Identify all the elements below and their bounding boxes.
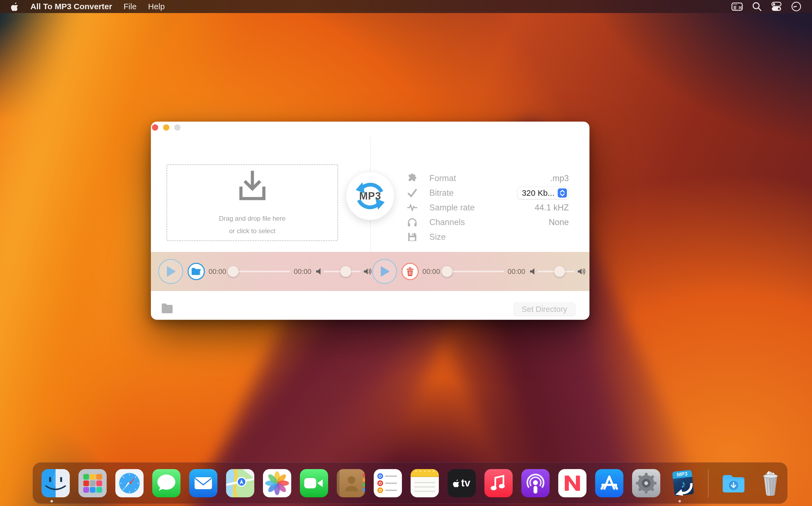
reminders-icon [374,469,402,497]
slider-thumb[interactable] [340,266,351,277]
play-icon [165,265,176,277]
dock-item-trash[interactable] [756,469,785,497]
volume-low-icon[interactable] [315,268,323,275]
music-icon [484,469,513,497]
dock-item-launchpad[interactable] [78,469,107,497]
time-elapsed: 00:00 [207,267,228,276]
running-indicator-mp3-converter [679,500,681,502]
volume-slider[interactable] [538,265,574,277]
slider-thumb[interactable] [228,266,239,277]
dock-item-news[interactable] [558,469,587,497]
open-file-button[interactable] [188,263,205,280]
time-elapsed: 00:00 [421,267,442,276]
dock-item-app-store[interactable] [595,469,623,497]
active-app-menu[interactable]: All To MP3 Converter [30,2,112,11]
app-window: Drag and drop file here or click to sele… [151,121,590,320]
setting-row-format: Format .mp3 [407,171,569,186]
setting-label: Format [429,173,550,183]
dock-item-reminders[interactable] [374,469,402,497]
seek-slider[interactable] [443,265,504,277]
setting-row-bitrate: Bitrate 320 Kb... [407,186,569,200]
running-indicator-finder [51,500,53,502]
time-total: 00:00 [292,267,313,276]
convert-arrow-overlay [669,469,697,497]
dock-item-notes[interactable] [411,469,439,497]
bitrate-select[interactable]: 320 Kb... [517,187,569,199]
file-dropzone[interactable]: Drag and drop file here or click to sele… [166,164,338,241]
maps-icon [226,469,254,497]
volume-slider[interactable] [324,265,361,277]
dock-item-mail[interactable] [189,469,217,497]
output-player: 00:00 00:00 [372,252,587,291]
bitrate-value: 320 Kb... [522,188,554,198]
play-source-button[interactable] [158,259,183,284]
set-directory-button[interactable]: Set Directory [514,303,575,316]
menu-bar: All To MP3 Converter File Help ⌘ [0,0,812,13]
apple-logo-icon [11,2,19,11]
setting-value: None [549,218,569,227]
dock-item-music[interactable] [484,469,513,497]
gear-icon [632,469,660,497]
dock-separator [708,469,709,498]
folder-icon [191,267,201,275]
setting-row-size: Size [407,230,569,244]
seek-slider[interactable] [229,265,290,277]
downloads-folder-icon [719,469,748,497]
puzzle-icon [407,173,418,183]
control-center-icon[interactable] [771,1,782,12]
badge-label: MP3 [359,190,381,202]
dock-item-safari[interactable] [115,469,144,497]
dock-item-messages[interactable] [152,469,180,497]
check-icon [407,188,418,198]
spotlight-search-icon[interactable] [752,1,762,12]
photos-icon [263,469,291,497]
volume-high-icon[interactable] [577,267,587,275]
dock-item-facetime[interactable] [300,469,328,497]
menu-help[interactable]: Help [148,2,165,11]
clock-icon[interactable] [791,1,802,12]
minimize-button[interactable] [163,124,169,131]
save-icon [407,232,418,242]
launchpad-icon [78,469,107,497]
play-output-button[interactable] [372,259,397,284]
delete-output-button[interactable] [401,263,419,280]
dock-item-finder[interactable] [41,469,70,497]
mail-icon [189,469,217,497]
dock-item-photos[interactable] [263,469,291,497]
volume-low-icon[interactable] [530,268,537,275]
dropzone-line1: Drag and drop file here [219,215,285,222]
setting-row-channels: Channels None [407,215,569,230]
zoom-button[interactable] [174,124,180,131]
apple-menu[interactable] [11,2,19,11]
setting-label: Size [429,232,569,242]
source-player: 00:00 00:00 [158,252,373,291]
dock-item-system-settings[interactable] [632,469,660,497]
notes-icon [411,469,439,497]
close-button[interactable] [152,124,158,131]
dock-item-downloads-folder[interactable] [719,469,748,497]
output-folder-icon [161,303,173,314]
output-settings-panel: Format .mp3 Bitrate 320 Kb... [407,171,569,244]
apple-tv-icon: tv [448,469,476,497]
slider-thumb[interactable] [442,266,452,277]
facetime-icon [300,469,328,497]
trash-icon [406,267,414,276]
dock-item-apple-tv[interactable]: tv [448,469,476,497]
podcasts-icon [521,469,550,497]
dock-item-all-to-mp3-converter[interactable]: MP3 ♪ [669,469,697,497]
volume-high-icon[interactable] [363,267,373,275]
mp3-convert-badge: MP3 [346,172,394,220]
news-icon [558,469,587,497]
dock-item-contacts[interactable] [337,469,365,497]
keyboard-input-icon[interactable]: ⌘ [731,2,743,11]
finder-icon [41,469,70,497]
dock-item-podcasts[interactable] [521,469,550,497]
dock-item-maps[interactable] [226,469,254,497]
slider-thumb[interactable] [554,266,565,277]
time-total: 00:00 [506,267,527,276]
setting-value: 44.1 kHZ [535,203,569,213]
safari-icon [115,469,144,497]
dock: tv [32,462,788,504]
download-icon [235,171,270,205]
menu-file[interactable]: File [123,2,137,11]
